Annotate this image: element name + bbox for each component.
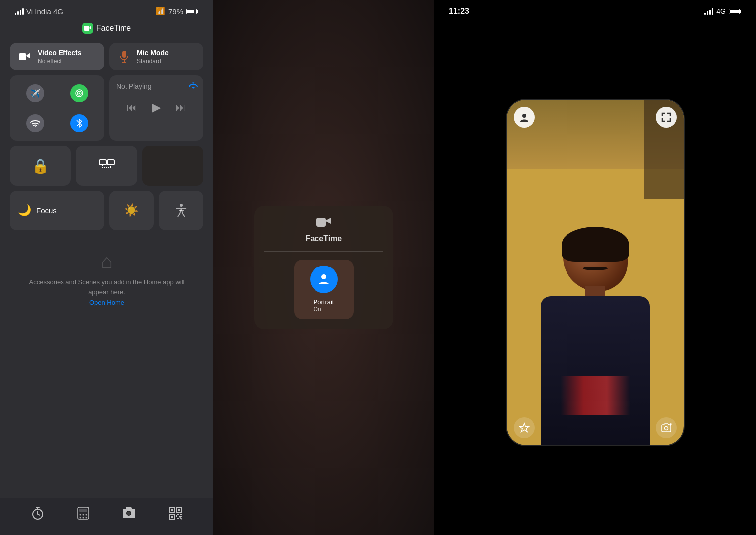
svg-rect-25 (178, 509, 180, 511)
svg-point-7 (35, 126, 36, 127)
battery-icon (186, 9, 198, 14)
camera-svg (84, 26, 91, 31)
lock-rotation-icon: 🔒 (32, 158, 49, 174)
battery-percent: 79% (168, 7, 183, 16)
music-controls: ⏮ ▶ ⏭ (116, 100, 196, 114)
dock-timer[interactable] (31, 506, 45, 520)
portrait-person-svg (317, 272, 331, 286)
qr-svg (169, 506, 183, 520)
person-torso (541, 296, 650, 445)
dock-qr[interactable] (169, 506, 183, 520)
top-controls-row: Video Effects No effect (10, 43, 203, 70)
video-effects-btn[interactable]: Video Effects No effect (10, 43, 104, 70)
video-effects-title: Video Effects (38, 49, 81, 57)
cellular-btn[interactable] (59, 80, 99, 106)
video-effects-inner: Video Effects No effect (17, 49, 97, 65)
svg-point-35 (321, 274, 326, 279)
camera-flip-svg (661, 423, 672, 433)
open-home-link[interactable]: Open Home (89, 299, 124, 306)
brightness-btn[interactable]: ☀️ (109, 191, 154, 230)
minimize-btn[interactable] (656, 107, 677, 128)
svg-point-17 (79, 517, 81, 519)
video-cam-svg (19, 52, 31, 61)
right-panel: 11:23 4G (434, 0, 756, 535)
battery-right (729, 9, 741, 14)
not-playing-label: Not Playing (116, 82, 196, 90)
minimize-icon (661, 112, 671, 122)
person-hair (562, 227, 629, 262)
airplane-btn[interactable]: ✈️ (15, 80, 55, 106)
status-bar-right: 11:23 4G (434, 0, 756, 20)
mic-svg (119, 51, 129, 63)
svg-point-36 (522, 114, 526, 118)
mic-mode-btn[interactable]: Mic Mode Standard (109, 43, 203, 70)
effects-btn[interactable] (514, 417, 535, 438)
star-icon (519, 422, 530, 433)
next-btn[interactable]: ⏭ (176, 102, 186, 113)
video-effects-icon (17, 49, 33, 65)
wifi-icon: 📶 (156, 7, 165, 16)
focus-label: Focus (36, 206, 57, 215)
play-btn[interactable]: ▶ (152, 100, 161, 114)
battery-fill (187, 10, 194, 13)
carrier-label: Vi India 4G (26, 7, 63, 16)
music-tile[interactable]: Not Playing ⏮ ▶ ⏭ (109, 75, 203, 141)
popup-camera-icon (316, 216, 331, 231)
svg-point-18 (82, 517, 84, 519)
dock-camera[interactable] (122, 506, 136, 520)
camera-flip-btn[interactable] (656, 417, 677, 438)
brightness-icon: ☀️ (124, 203, 139, 217)
prev-btn[interactable]: ⏮ (127, 102, 137, 113)
facetime-header-label: FaceTime (96, 24, 131, 33)
portrait-labels: Portrait On (314, 298, 334, 313)
bottom-dock (0, 498, 213, 535)
battery-body-right (729, 9, 740, 14)
accessibility-btn[interactable] (159, 191, 203, 230)
carrier-signal: Vi India 4G (15, 7, 63, 16)
svg-rect-27 (171, 516, 173, 518)
second-controls-row: 🔒 (10, 146, 203, 186)
signal-bar-3 (20, 10, 21, 15)
svg-rect-9 (107, 160, 114, 165)
svg-line-33 (180, 517, 182, 519)
bluetooth-btn[interactable] (59, 110, 99, 136)
svg-point-10 (180, 204, 183, 207)
battery-tip-right (740, 10, 741, 13)
time-display: 11:23 (449, 7, 469, 16)
screen-mirror-btn[interactable] (76, 146, 137, 186)
middle-panel: FaceTime Portrait On (213, 0, 434, 535)
lock-rotation-btn[interactable]: 🔒 (10, 146, 71, 186)
airplay-svg (189, 80, 198, 89)
airplay-icon[interactable] (189, 80, 198, 92)
bluetooth-svg (76, 118, 83, 128)
svg-rect-34 (316, 218, 326, 227)
wifi-btn[interactable] (15, 110, 55, 136)
portrait-effect-btn[interactable]: Portrait On (294, 260, 354, 319)
sig-bar-1 (704, 13, 706, 15)
svg-point-19 (85, 517, 87, 519)
focus-moon-icon: 🌙 (18, 204, 31, 217)
calculator-svg (77, 506, 90, 520)
battery-body (186, 9, 197, 14)
portrait-label: Portrait (314, 298, 334, 306)
dock-calculator[interactable] (77, 506, 90, 520)
caller-profile-btn[interactable] (514, 107, 535, 128)
svg-point-16 (85, 514, 87, 516)
main-controls-grid: ✈️ (10, 75, 203, 141)
mic-icon (116, 49, 132, 65)
wifi-btn-icon (26, 114, 44, 132)
phone-frame-area (434, 20, 756, 535)
facetime-app-header: FaceTime (10, 20, 203, 43)
popup-divider (264, 251, 383, 252)
phone-frame (506, 99, 685, 446)
facetime-video (507, 100, 684, 445)
popup-title: FaceTime (306, 234, 342, 243)
mic-mode-subtitle: Standard (137, 58, 169, 65)
airplane-icon: ✈️ (26, 84, 44, 102)
svg-rect-0 (19, 53, 26, 60)
svg-rect-23 (171, 509, 173, 511)
focus-btn[interactable]: 🌙 Focus (10, 191, 104, 230)
bluetooth-icon (70, 114, 88, 132)
video-effects-text: Video Effects No effect (38, 49, 81, 65)
svg-point-37 (664, 427, 668, 430)
